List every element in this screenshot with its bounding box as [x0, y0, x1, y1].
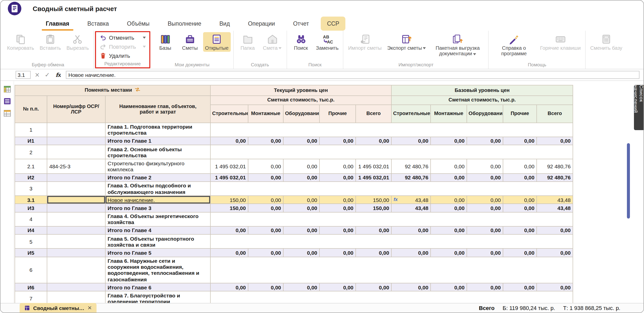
cell-code[interactable] — [47, 234, 105, 249]
confirm-icon[interactable]: ✓ — [44, 71, 51, 78]
cell-value[interactable]: 0,00 — [537, 249, 573, 257]
cell-code[interactable] — [47, 257, 105, 283]
totals-grid-icon[interactable] — [3, 109, 11, 118]
cell-name[interactable]: Глава 7. Благоустройство и озеленение те… — [105, 291, 210, 303]
cell-code[interactable] — [47, 226, 105, 234]
table-row[interactable]: 2.1484-25-3Строительство физкультурного … — [15, 159, 573, 174]
cell-code[interactable] — [47, 145, 105, 159]
cell-value[interactable]: 0,00 — [503, 159, 537, 174]
cell-value[interactable]: 0,00 — [283, 204, 319, 212]
ribbon-tab-home[interactable]: Главная — [40, 17, 75, 31]
cell-value[interactable]: 92 480,76 — [391, 159, 431, 174]
cell-code[interactable] — [47, 291, 105, 303]
cell-num[interactable]: 3 — [15, 182, 47, 196]
cell-value[interactable]: 0,00 — [537, 226, 573, 234]
cell-name[interactable]: Итого по Главе 2 — [105, 173, 210, 181]
cell-value[interactable]: 0,00 — [356, 226, 391, 234]
document-tab[interactable]: Сводный сметны… × — [20, 303, 97, 312]
cell-value[interactable]: 0,00 — [210, 283, 248, 291]
cell-name[interactable]: Глава 6. Наружные сети и сооружения водо… — [105, 257, 210, 283]
cell-code[interactable] — [47, 196, 105, 204]
cell-empty[interactable] — [210, 257, 573, 283]
cell-value[interactable]: 92 480,76 — [391, 173, 431, 181]
cell-value[interactable]: 0,00 — [248, 226, 283, 234]
vertical-scrollbar[interactable] — [626, 84, 630, 300]
cell-value[interactable]: 0,00 — [210, 226, 248, 234]
cell-value[interactable]: 0,00 — [356, 249, 391, 257]
cell-name[interactable]: Итого по Главе 4 — [105, 226, 210, 234]
cell-num[interactable]: И4 — [15, 226, 47, 234]
cell-value[interactable]: 0,00 — [503, 137, 537, 145]
cell-name[interactable]: Глава 1. Подготовка территории строитель… — [105, 123, 210, 137]
table-row[interactable]: 1Глава 1. Подготовка территории строител… — [15, 123, 573, 137]
cell-value[interactable]: 0,00 — [431, 159, 467, 174]
accruals-list-tab[interactable]: Список начислений — [634, 85, 643, 130]
cell-value[interactable]: 1 495 032,01 — [210, 159, 248, 174]
swap-columns-header[interactable]: Поменять местами — [15, 85, 210, 95]
cell-name[interactable]: Строительство физкультурного комплекса — [105, 159, 210, 174]
table-row[interactable]: 3Глава 3. Объекты подсобного и обслужива… — [15, 182, 573, 196]
cancel-icon[interactable]: × — [34, 71, 41, 78]
cell-value[interactable]: 0,00 — [356, 283, 391, 291]
cell-value[interactable]: 0,00 — [283, 173, 319, 181]
cell-value[interactable]: 0,00 — [319, 137, 356, 145]
cell-value[interactable]: 150,00 — [210, 196, 248, 204]
cell-num[interactable]: 2.1 — [15, 159, 47, 174]
cell-num[interactable]: И6 — [15, 283, 47, 291]
cell-value[interactable]: 0,00 — [319, 283, 356, 291]
cell-num[interactable]: И1 — [15, 137, 47, 145]
cell-value[interactable]: 0,00 — [503, 204, 537, 212]
cell-value[interactable]: 0,00 — [467, 204, 503, 212]
table-row[interactable]: 3.1Новое начисление.150,000,000,000,0015… — [15, 196, 573, 204]
cell-value[interactable]: 0,00 — [431, 226, 467, 234]
export-estimate-button[interactable]: Экспорт сметы — [385, 32, 428, 52]
cell-num[interactable]: 6 — [15, 257, 47, 283]
cell-name[interactable]: Итого по Главе 6 — [105, 283, 210, 291]
cell-num[interactable]: И3 — [15, 204, 47, 212]
dropdown-arrow-icon[interactable] — [423, 47, 426, 49]
cell-empty[interactable] — [210, 145, 573, 159]
cell-value[interactable]: 0,00 — [283, 283, 319, 291]
opened-button[interactable]: Открытые — [203, 32, 231, 52]
table-row[interactable]: И1Итого по Главе 10,000,000,000,000,000,… — [15, 137, 573, 145]
ribbon-tab-insert[interactable]: Вставка — [81, 17, 115, 31]
replace-button[interactable]: АВАСЗаменить — [314, 32, 341, 52]
cell-code[interactable] — [47, 182, 105, 196]
ribbon-tab-ssr[interactable]: ССР — [321, 17, 345, 31]
cell-code[interactable] — [47, 249, 105, 257]
cell-value[interactable]: 0,00 — [319, 159, 356, 174]
cell-value[interactable]: 0,00 — [210, 249, 248, 257]
table-row[interactable]: 5Глава 5. Объекты транспортного хозяйств… — [15, 234, 573, 249]
cell-value[interactable]: 0,00 — [391, 283, 431, 291]
cell-value[interactable]: 43,48 — [537, 196, 573, 204]
close-icon[interactable]: × — [87, 304, 92, 311]
cell-value[interactable]: 150,00 — [356, 196, 391, 204]
cell-value[interactable]: 1 495 032,01 — [356, 173, 391, 181]
cell-num[interactable]: 5 — [15, 234, 47, 249]
cell-value[interactable]: 0,00 — [467, 249, 503, 257]
cell-value[interactable]: 0,00 — [283, 196, 319, 204]
cell-name[interactable]: Итого по Главе 3 — [105, 204, 210, 212]
ribbon-tab-execution[interactable]: Выполнение — [162, 17, 207, 31]
cell-value[interactable]: 0,00 — [431, 283, 467, 291]
cell-value[interactable]: 0,00 — [248, 137, 283, 145]
cell-empty[interactable] — [210, 123, 573, 137]
cell-value[interactable]: 0,00 — [431, 196, 467, 204]
cell-value[interactable]: 1 495 032,01 — [210, 173, 248, 181]
delete-button[interactable]: Удалить — [98, 51, 147, 60]
cell-value[interactable]: 0,00 — [503, 196, 537, 204]
cell-value[interactable]: 0,00 — [467, 137, 503, 145]
cell-name[interactable]: Новое начисление. — [105, 196, 210, 204]
cell-value[interactable]: fx43,48 — [391, 196, 431, 204]
cell-code[interactable]: 484-25-3 — [47, 159, 105, 174]
cell-value[interactable]: 0,00 — [319, 173, 356, 181]
cell-num[interactable]: 7 — [15, 291, 47, 303]
cell-value[interactable]: 0,00 — [467, 226, 503, 234]
cell-value[interactable]: 0,00 — [391, 249, 431, 257]
cell-code[interactable] — [47, 137, 105, 145]
cell-num[interactable]: 1 — [15, 123, 47, 137]
table-row[interactable]: 2Глава 2. Основные объекты строительства — [15, 145, 573, 159]
table-row[interactable]: И2Итого по Главе 21 495 032,010,000,000,… — [15, 173, 573, 181]
cell-value[interactable]: 0,00 — [467, 159, 503, 174]
cell-value[interactable]: 0,00 — [248, 249, 283, 257]
